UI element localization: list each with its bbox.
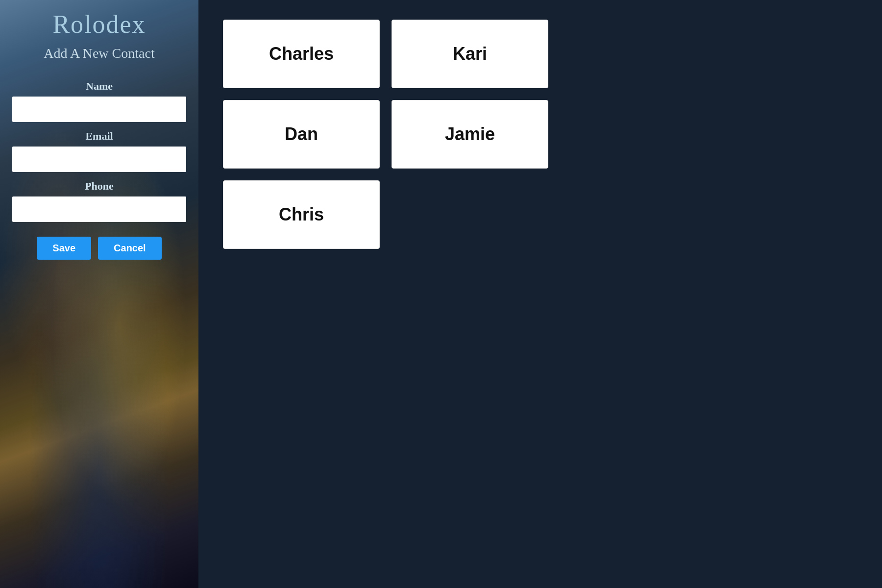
email-input[interactable] xyxy=(12,147,186,172)
contact-name: Dan xyxy=(285,124,318,145)
phone-label: Phone xyxy=(85,180,114,193)
contact-name: Charles xyxy=(269,44,334,64)
phone-input[interactable] xyxy=(12,196,186,222)
contact-area: CharlesKariDanJamieChris xyxy=(198,0,882,588)
name-label: Name xyxy=(86,80,113,93)
email-label: Email xyxy=(85,130,113,143)
contact-card[interactable]: Dan xyxy=(223,100,380,169)
contact-card[interactable]: Kari xyxy=(392,20,548,88)
contact-card[interactable]: Charles xyxy=(223,20,380,88)
contact-grid: CharlesKariDanJamieChris xyxy=(218,15,862,254)
contact-name: Jamie xyxy=(445,124,495,145)
form-title: Add A New Contact xyxy=(44,45,154,62)
contact-card[interactable]: Chris xyxy=(223,180,380,249)
form-buttons: Save Cancel xyxy=(37,237,161,260)
cancel-button[interactable]: Cancel xyxy=(98,237,162,260)
app-title: Rolodex xyxy=(52,10,146,39)
save-button[interactable]: Save xyxy=(37,237,91,260)
contact-name: Chris xyxy=(279,204,324,225)
contact-card[interactable]: Jamie xyxy=(392,100,548,169)
sidebar: Rolodex Add A New Contact Name Email Pho… xyxy=(0,0,198,588)
contact-name: Kari xyxy=(453,44,487,64)
name-input[interactable] xyxy=(12,97,186,122)
